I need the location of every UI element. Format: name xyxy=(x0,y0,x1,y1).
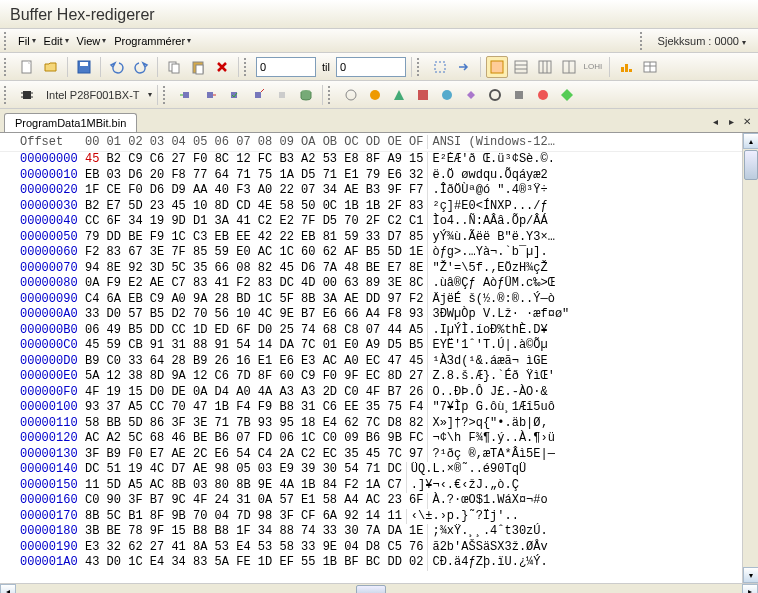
hex-row[interactable]: 0000015011 5D A5 AC 8B 03 80 8B 9E 4A 1B… xyxy=(0,478,758,494)
vertical-scrollbar[interactable]: ▴ ▾ xyxy=(742,133,758,583)
ansi-cell[interactable]: X»]†?>q{"•.äb|Ø‚ xyxy=(427,416,547,432)
hex-row[interactable]: 000001708B 5C B1 8F 9B 70 04 7D 98 3F CF… xyxy=(0,509,758,525)
tool6-icon[interactable] xyxy=(460,84,482,106)
ansi-cell[interactable]: À.?·œO$1.WáX¤¬#o xyxy=(427,493,547,509)
ansi-cell[interactable]: O..ÐÞ.Ô J£.-ÀO·& xyxy=(427,385,547,401)
chip-blank-icon[interactable] xyxy=(271,84,293,106)
offset-cell[interactable]: 00000080 xyxy=(0,276,85,292)
hex-row[interactable]: 00000060F2 83 67 3E 7F 85 59 E0 AC 1C 60… xyxy=(0,245,758,261)
scroll-up-icon[interactable]: ▴ xyxy=(743,133,758,149)
bytes-cell[interactable]: 58 BB 5D 86 3F 3E 71 7B 93 95 18 E4 62 7… xyxy=(85,416,427,432)
offset-cell[interactable]: 00000130 xyxy=(0,447,85,463)
grid1-icon[interactable] xyxy=(510,56,532,78)
offset-cell[interactable]: 00000050 xyxy=(0,230,85,246)
bytes-cell[interactable]: 8B 5C B1 8F 9B 70 04 7D 98 3F CF 6A 92 1… xyxy=(85,509,406,525)
offset-cell[interactable]: 00000100 xyxy=(0,400,85,416)
ansi-cell[interactable]: EYË'1ˆ'T.Ú|.à©Õµ xyxy=(427,338,547,354)
bytes-cell[interactable]: EB 03 D6 20 F8 77 64 71 75 1A D5 71 E1 7… xyxy=(85,168,427,184)
offset-cell[interactable]: 00000040 xyxy=(0,214,85,230)
table-icon[interactable] xyxy=(639,56,661,78)
hex-row[interactable]: 0000005079 DD BE F9 1C C3 EB EE 42 22 EB… xyxy=(0,230,758,246)
tool1-icon[interactable] xyxy=(340,84,362,106)
hex-row[interactable]: 00000030B2 E7 5D 23 45 10 8D CD 4E 58 50… xyxy=(0,199,758,215)
hex-row[interactable]: 00000040CC 6F 34 19 9D D1 3A 41 C2 E2 7F… xyxy=(0,214,758,230)
chip-read-icon[interactable] xyxy=(175,84,197,106)
ansi-cell[interactable]: .ùâ®Çƒ AòƒÜM.c‰>Œ xyxy=(427,276,554,292)
offset-cell[interactable]: 00000190 xyxy=(0,540,85,556)
menu-handle[interactable] xyxy=(4,32,10,50)
device-handle-2[interactable] xyxy=(163,86,169,104)
offset-cell[interactable]: 000000C0 xyxy=(0,338,85,354)
hex-row[interactable]: 000000800A F9 E2 AE C7 83 41 F2 83 DC 4D… xyxy=(0,276,758,292)
bytes-cell[interactable]: 11 5D A5 AC 8B 03 80 8B 9E 4A 1B 84 F2 1… xyxy=(85,478,406,494)
hex-row[interactable]: 00000190E3 32 62 27 41 8A 53 E4 53 58 33… xyxy=(0,540,758,556)
ansi-cell[interactable]: .IµÝÌ.íoÐ%thÈ.D¥ xyxy=(427,323,547,339)
ansi-cell[interactable]: ÄjëÉ š(½.®:®..Ý—ò xyxy=(427,292,554,308)
ansi-cell[interactable]: .]¥¬‹.€‹žJ.„ò.Ç xyxy=(406,478,519,494)
tab-file[interactable]: ProgramData1MBit.bin xyxy=(4,113,137,132)
lohi-icon[interactable]: LOHI xyxy=(582,56,604,78)
ansi-cell[interactable]: ²ç]#E0<ÍNXP.../ƒ xyxy=(427,199,547,215)
hex-row[interactable]: 00000090C4 6A EB C9 A0 9A 28 BD 1C 5F 8B… xyxy=(0,292,758,308)
bytes-cell[interactable]: B9 C0 33 64 28 B9 26 16 E1 E6 E3 AC A0 E… xyxy=(85,354,427,370)
menu-fil[interactable]: Fil▾ xyxy=(14,32,40,50)
bytes-cell[interactable]: B2 E7 5D 23 45 10 8D CD 4E 58 50 0C 1B 1… xyxy=(85,199,427,215)
tool2-icon[interactable] xyxy=(364,84,386,106)
offset-cell[interactable]: 00000000 xyxy=(0,152,85,168)
grid3-icon[interactable] xyxy=(558,56,580,78)
ansi-cell[interactable]: CÐ.ä4ƒZþ.ïU.¿¼Ý. xyxy=(427,555,547,571)
bytes-cell[interactable]: 33 D0 57 B5 D2 70 56 10 4C 9E B7 E6 66 A… xyxy=(85,307,427,323)
bytes-cell[interactable]: 4F 19 15 D0 DE 0A D4 A0 4A A3 A3 2D C0 4… xyxy=(85,385,427,401)
hex-row[interactable]: 000000F04F 19 15 D0 DE 0A D4 A0 4A A3 A3… xyxy=(0,385,758,401)
copy-icon[interactable] xyxy=(163,56,185,78)
ansi-cell[interactable]: ;¾xŸ.¸¸.4ˆt30zÚ. xyxy=(427,524,547,540)
hex-row[interactable]: 0000010093 37 A5 CC 70 47 1B F4 F9 B8 31… xyxy=(0,400,758,416)
offset-cell[interactable]: 00000020 xyxy=(0,183,85,199)
bytes-cell[interactable]: 5A 12 38 8D 9A 12 C6 7D 8F 60 C9 F0 9F E… xyxy=(85,369,427,385)
ansi-cell[interactable]: ¹À3d(¹&.áæã¬ ìGE xyxy=(427,354,547,370)
hex-row[interactable]: 000000A033 D0 57 B5 D2 70 56 10 4C 9E B7… xyxy=(0,307,758,323)
tool4-icon[interactable] xyxy=(412,84,434,106)
toolbar-handle[interactable] xyxy=(4,58,10,76)
ansi-cell[interactable]: "Ž'=\5f.‚EÖzH¾çŽ xyxy=(427,261,547,277)
hex-row[interactable]: 00000120AC A2 5C 68 46 BE B6 07 FD 06 1C… xyxy=(0,431,758,447)
grid-view-icon[interactable] xyxy=(486,56,508,78)
hex-row[interactable]: 0000011058 BB 5D 86 3F 3E 71 7B 93 95 18… xyxy=(0,416,758,432)
menu-handle-right[interactable] xyxy=(640,32,646,50)
offset-cell[interactable]: 00000180 xyxy=(0,524,85,540)
tab-prev-icon[interactable]: ◂ xyxy=(708,115,722,129)
ansi-cell[interactable]: òƒg>.…Yà¬.`b¯µ]. xyxy=(427,245,547,261)
ansi-cell[interactable]: Z.8.š.Æ}.`Éð ŸìŒ' xyxy=(427,369,554,385)
tab-next-icon[interactable]: ▸ xyxy=(724,115,738,129)
offset-cell[interactable]: 000000F0 xyxy=(0,385,85,401)
menu-programmerer[interactable]: Programmérer▾ xyxy=(110,32,195,50)
ansi-cell[interactable]: ¬¢\h F¾¶.ý..À.¶›ü xyxy=(427,431,554,447)
scroll-right-icon[interactable]: ▸ xyxy=(742,584,758,594)
scroll-thumb-v[interactable] xyxy=(744,150,758,180)
hex-row[interactable]: 000000201F CE F0 D6 D9 AA 40 F3 A0 22 07… xyxy=(0,183,758,199)
hex-row[interactable]: 00000160C0 90 3F B7 9C 4F 24 31 0A 57 E1… xyxy=(0,493,758,509)
offset-cell[interactable]: 00000060 xyxy=(0,245,85,261)
device-handle[interactable] xyxy=(4,86,10,104)
redo-icon[interactable] xyxy=(130,56,152,78)
bytes-cell[interactable]: 3B BE 78 9F 15 B8 B8 1F 34 88 74 33 30 7… xyxy=(85,524,427,540)
bytes-cell[interactable]: 45 B2 C9 C6 27 F0 8C 12 FC B3 A2 53 E8 8… xyxy=(85,152,427,168)
bytes-cell[interactable]: 94 8E 92 3D 5C 35 66 08 82 45 D6 7A 48 B… xyxy=(85,261,427,277)
hex-row[interactable]: 00000140DC 51 19 4C D7 AE 98 05 03 E9 39… xyxy=(0,462,758,478)
hex-row[interactable]: 000001A043 D0 1C E4 34 83 5A FE 1D EF 55… xyxy=(0,555,758,571)
hex-row[interactable]: 000000E05A 12 38 8D 9A 12 C6 7D 8F 60 C9… xyxy=(0,369,758,385)
offset-cell[interactable]: 00000160 xyxy=(0,493,85,509)
grid2-icon[interactable] xyxy=(534,56,556,78)
ansi-cell[interactable]: yÝ¾ù.Ãëë B"ë.Y3×… xyxy=(427,230,554,246)
tool9-icon[interactable] xyxy=(532,84,554,106)
offset-cell[interactable]: 000001A0 xyxy=(0,555,85,571)
offset-cell[interactable]: 00000030 xyxy=(0,199,85,215)
hex-body[interactable]: 0000000045 B2 C9 C6 27 F0 8C 12 FC B3 A2… xyxy=(0,152,758,583)
chip-icon[interactable] xyxy=(16,84,38,106)
hex-row[interactable]: 000000D0B9 C0 33 64 28 B9 26 16 E1 E6 E3… xyxy=(0,354,758,370)
menu-edit[interactable]: Edit▾ xyxy=(40,32,73,50)
device-handle-3[interactable] xyxy=(328,86,334,104)
horizontal-scrollbar[interactable]: ◂ ▸ xyxy=(0,583,758,593)
ansi-cell[interactable]: ã2b'AŠSäSX3ž.ØÅv xyxy=(427,540,547,556)
offset-cell[interactable]: 00000170 xyxy=(0,509,85,525)
